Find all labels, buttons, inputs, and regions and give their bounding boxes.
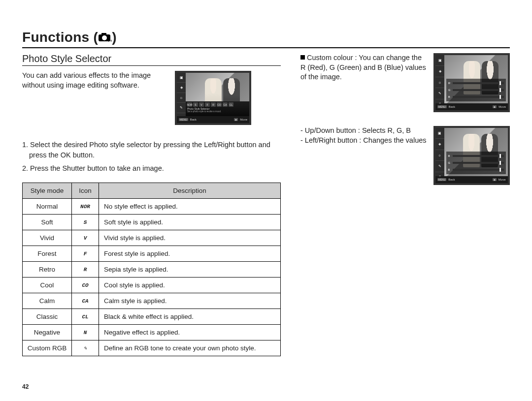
th-icon: Icon — [72, 183, 99, 199]
lcd-key-move: ◆ — [493, 178, 497, 181]
svg-point-2 — [102, 35, 107, 40]
rgb-slider-bar — [453, 96, 504, 98]
style-thumb-icon: CA — [223, 102, 228, 107]
step-2: 2. Press the Shutter button to take an i… — [22, 163, 281, 174]
style-thumb-icon: NOR — [187, 102, 192, 107]
rgb-slider-bar — [453, 169, 504, 171]
table-row: CalmCACalm style is applied. — [23, 293, 281, 309]
cell-icon: CL — [72, 309, 99, 325]
lcd-strip-subtitle: Set a photo style to evoke a mood. — [187, 110, 248, 113]
right-column: Custom colour : You can change the R (Re… — [300, 53, 510, 356]
th-description: Description — [99, 183, 281, 199]
rgb-slider-row: B — [448, 168, 504, 171]
cell-icon: ✎ — [72, 340, 99, 356]
table-row: ForestFForest style is applied. — [23, 246, 281, 262]
lcd-label-move: Move — [499, 105, 506, 108]
cell-style-mode: Negative — [23, 325, 72, 340]
table-row: NegativeNNegative effect is applied. — [23, 325, 281, 340]
custom-colour-label: Custom colour : You can change the R (Re… — [300, 54, 426, 81]
rgb-slider-row: R — [448, 82, 504, 85]
lcd-label-back: Back — [449, 105, 455, 108]
custom-colour-text: Custom colour : You can change the R (Re… — [300, 53, 427, 112]
page-title-text: Functions — [22, 30, 89, 45]
control-line-2: - Left/Right button : Changes the values — [300, 136, 427, 146]
style-thumb-icon: CL — [229, 102, 233, 107]
page-title: Functions ( Fn ) — [22, 30, 117, 45]
rgb-slider-label: G — [448, 89, 451, 92]
cell-description: Forest style is applied. — [99, 246, 281, 262]
table-row: NormalNORNo style effect is applied. — [23, 199, 281, 215]
style-thumb-icon: S — [193, 102, 198, 107]
cell-style-mode: Soft — [23, 215, 72, 230]
step-1: 1. Select the desired Photo style select… — [22, 140, 281, 160]
cell-description: Negative effect is applied. — [99, 325, 281, 340]
style-thumb-icon: F — [205, 102, 210, 107]
cell-description: Cool style is applied. — [99, 278, 281, 293]
left-column: Photo Style Selector You can add various… — [22, 53, 281, 356]
rgb-slider-row: R — [448, 154, 504, 157]
lcd-screenshot-custom-rgb-2: ▣◈☼✎⚙ RGB MENU Back ◆ Move — [433, 126, 510, 185]
square-bullet-icon — [300, 55, 305, 60]
lcd-key-menu: MENU — [437, 178, 447, 181]
lcd-key-menu: MENU — [179, 118, 188, 121]
cell-description: Sepia style is applied. — [99, 262, 281, 278]
rgb-slider-bar — [453, 162, 504, 164]
rgb-slider-row: G — [448, 161, 504, 164]
rgb-slider-label: G — [448, 161, 451, 164]
lcd-key-move: ◆ — [234, 118, 238, 121]
table-row: CoolCOCool style is applied. — [23, 278, 281, 293]
lcd-label-move: Move — [499, 178, 506, 181]
cell-description: Define an RGB tone to create your own ph… — [99, 340, 281, 356]
cell-style-mode: Forest — [23, 246, 72, 262]
cell-style-mode: Classic — [23, 309, 72, 325]
steps-list: 1. Select the desired Photo style select… — [22, 140, 281, 174]
style-thumb-icon: V — [199, 102, 204, 107]
rgb-slider-label: R — [448, 82, 451, 85]
lcd-key-menu: MENU — [437, 105, 447, 108]
rgb-slider-label: B — [448, 95, 451, 98]
cell-icon: CA — [72, 293, 99, 309]
cell-icon: R — [72, 262, 99, 278]
page-header: Functions ( Fn ) — [22, 30, 510, 48]
rgb-slider-row: B — [448, 95, 504, 98]
style-thumb-icon: CO — [217, 102, 222, 107]
rgb-slider-bar — [453, 155, 504, 157]
cell-description: Calm style is applied. — [99, 293, 281, 309]
cell-icon: S — [72, 215, 99, 230]
page-number: 42 — [22, 383, 29, 390]
cell-style-mode: Custom RGB — [23, 340, 72, 356]
cell-description: Vivid style is applied. — [99, 230, 281, 246]
svg-rect-1 — [101, 33, 106, 35]
cell-style-mode: Vivid — [23, 230, 72, 246]
svg-text:Fn: Fn — [108, 39, 112, 42]
control-line-1: - Up/Down button : Selects R, G, B — [300, 126, 427, 136]
lcd-screenshot-custom-rgb-1: ▣◈☼✎⚙ RGB MENU Back ◆ Move — [433, 53, 510, 112]
cell-style-mode: Retro — [23, 262, 72, 278]
lcd-screenshot-style-selector: ▣◈☼✎⚙ NORSVFRCOCACL Photo Style Selector… — [175, 71, 251, 125]
rgb-slider-label: R — [448, 154, 451, 157]
rgb-slider-row: G — [448, 89, 504, 92]
rgb-slider-label: B — [448, 168, 451, 171]
lcd-label-back: Back — [190, 118, 197, 121]
cell-style-mode: Normal — [23, 199, 72, 215]
cell-style-mode: Cool — [23, 278, 72, 293]
cell-description: Soft style is applied. — [99, 215, 281, 230]
intro-text: You can add various effects to the image… — [22, 71, 170, 125]
cell-icon: CO — [72, 278, 99, 293]
style-table: Style mode Icon Description NormalNORNo … — [22, 183, 281, 356]
cell-icon: N — [72, 325, 99, 340]
lcd-key-move: ◆ — [493, 105, 497, 108]
table-row: RetroRSepia style is applied. — [23, 262, 281, 278]
cell-style-mode: Calm — [23, 293, 72, 309]
table-row: ClassicCLBlack & white effect is applied… — [23, 309, 281, 325]
table-row: Custom RGB✎Define an RGB tone to create … — [23, 340, 281, 356]
cell-description: No style effect is applied. — [99, 199, 281, 215]
cell-icon: V — [72, 230, 99, 246]
rgb-slider-bar — [453, 82, 504, 84]
lcd-label-move: Move — [240, 118, 247, 121]
controls-text: - Up/Down button : Selects R, G, B - Lef… — [300, 126, 427, 185]
camera-fn-icon: ( Fn ) — [94, 30, 117, 45]
rgb-slider-bar — [453, 89, 504, 91]
cell-icon: F — [72, 246, 99, 262]
subheading-photo-style: Photo Style Selector — [22, 53, 281, 66]
